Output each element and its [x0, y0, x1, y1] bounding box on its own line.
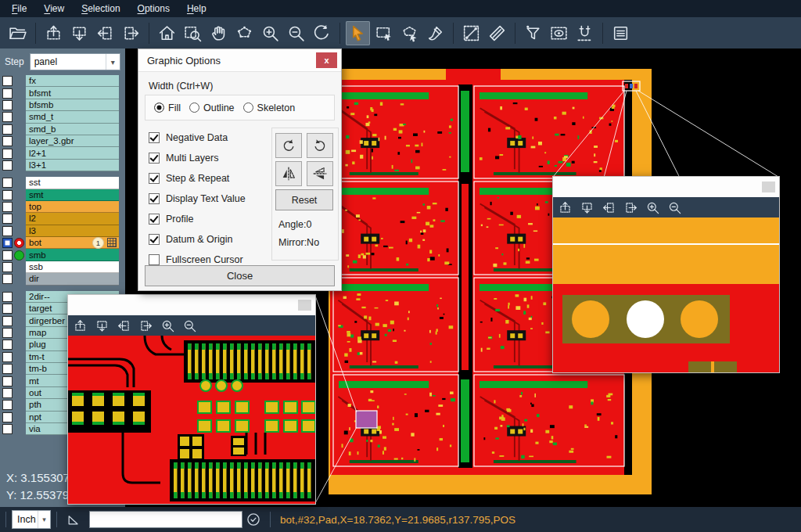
detail-zoom-view[interactable] — [68, 336, 315, 504]
layer-label[interactable]: fx — [26, 75, 119, 87]
angle-mode-icon[interactable] — [66, 512, 81, 527]
layer-visibility-checkbox[interactable] — [2, 250, 13, 261]
layer-label[interactable]: layer_3.gbr — [26, 135, 119, 147]
pointer-button[interactable] — [346, 21, 370, 45]
arrow-up-box-button[interactable] — [72, 318, 88, 333]
layer-visibility-checkbox[interactable] — [2, 88, 13, 99]
layer-visibility-checkbox[interactable] — [2, 226, 13, 236]
arrow-up-box-button[interactable] — [557, 200, 573, 215]
layer-visibility-checkbox[interactable] — [2, 238, 13, 248]
arrow-right-box-button[interactable] — [119, 21, 143, 45]
layer-row-fx[interactable]: fx — [0, 75, 125, 87]
corner-zoom-titlebar[interactable] — [553, 177, 779, 197]
layer-visibility-checkbox[interactable] — [2, 340, 13, 350]
layer-visibility-checkbox[interactable] — [2, 124, 13, 135]
layer-visibility-checkbox[interactable] — [2, 352, 13, 362]
zoom-area-button[interactable] — [181, 21, 205, 45]
layer-row-smt[interactable]: smt — [0, 189, 125, 201]
open-folder-button[interactable] — [5, 21, 30, 45]
layer-visibility-checkbox[interactable] — [2, 328, 13, 338]
eye-view-button[interactable] — [547, 21, 571, 45]
arrow-left-box-button[interactable] — [93, 21, 117, 45]
checkbox-multi-layers[interactable]: Multi Layers — [149, 148, 246, 168]
radio-fill[interactable]: Fill — [154, 102, 181, 113]
layer-label[interactable]: ssb — [26, 261, 119, 273]
arrow-down-box-button[interactable] — [579, 200, 594, 215]
layer-label[interactable]: l3+1 — [26, 160, 119, 171]
layer-label[interactable]: sst — [26, 177, 119, 189]
layer-row-l2-1[interactable]: l2+1 — [0, 147, 125, 159]
zoom-in-button[interactable] — [160, 318, 175, 333]
layer-row-smd-b[interactable]: smd_b — [0, 124, 125, 135]
zoom-out-button[interactable] — [181, 318, 197, 333]
arrow-down-box-button[interactable] — [67, 21, 92, 45]
unit-selector[interactable]: Inch ▾ — [12, 510, 51, 529]
layer-row-smb[interactable]: smb — [0, 249, 125, 261]
layer-label[interactable]: smt — [26, 189, 119, 201]
layer-visibility-checkbox[interactable] — [2, 262, 13, 272]
layer-visibility-checkbox[interactable] — [2, 214, 13, 224]
layer-label[interactable]: smb — [26, 249, 119, 261]
layer-visibility-checkbox[interactable] — [2, 316, 13, 326]
layer-row-l3[interactable]: l3 — [0, 225, 125, 237]
layer-row-bfsmt[interactable]: bfsmt — [0, 87, 125, 99]
layer-row-layer-3-gbr[interactable]: layer_3.gbr — [0, 135, 125, 147]
radio-skeleton[interactable]: Skeleton — [243, 102, 296, 113]
arrow-right-box-button[interactable] — [138, 318, 153, 333]
close-icon[interactable]: x — [316, 52, 337, 68]
radio-outline[interactable]: Outline — [189, 102, 235, 113]
window-button[interactable] — [762, 182, 775, 192]
layer-row-smd-t[interactable]: smd_t — [0, 111, 125, 123]
layer-visibility-checkbox[interactable] — [2, 112, 13, 122]
window-button[interactable] — [298, 300, 311, 311]
checkbox-display-text-value[interactable]: Display Text Value — [149, 189, 246, 209]
zoom-out-button[interactable] — [284, 21, 308, 45]
menu-help[interactable]: Help — [178, 2, 215, 16]
move-poly-button[interactable] — [232, 21, 257, 45]
reset-button[interactable]: Reset — [275, 189, 333, 210]
zoom-undo-button[interactable] — [310, 21, 334, 45]
rotate-cw-button[interactable] — [275, 133, 302, 158]
arrow-up-box-button[interactable] — [41, 21, 66, 45]
apply-icon[interactable] — [246, 512, 261, 527]
detail-zoom-titlebar[interactable] — [68, 295, 315, 315]
checkbox-step-repeat[interactable]: Step & Repeat — [149, 168, 246, 189]
layer-row-l2[interactable]: l2 — [0, 213, 125, 225]
layer-visibility-checkbox[interactable] — [2, 424, 13, 434]
layer-visibility-checkbox[interactable] — [2, 136, 13, 146]
layer-row-ssb[interactable]: ssb — [0, 261, 125, 273]
layer-visibility-checkbox[interactable] — [2, 364, 13, 374]
rect-select-button[interactable] — [372, 21, 396, 45]
menu-options[interactable]: Options — [129, 2, 178, 16]
layer-visibility-checkbox[interactable] — [2, 388, 13, 398]
layer-row-dir[interactable]: dir — [0, 273, 125, 285]
layer-row-l3-1[interactable]: l3+1 — [0, 160, 125, 171]
layer-visibility-checkbox[interactable] — [2, 178, 13, 188]
arrow-down-box-button[interactable] — [94, 318, 110, 333]
ruler-button[interactable] — [485, 21, 509, 45]
step-selector[interactable]: panel ▾ — [30, 53, 120, 70]
layer-list-button[interactable] — [609, 21, 633, 45]
layer-label[interactable]: l3 — [26, 225, 119, 237]
zoom-out-button[interactable] — [666, 200, 682, 215]
menu-selection[interactable]: Selection — [73, 2, 128, 16]
layer-label[interactable]: smd_b — [26, 124, 119, 135]
menu-view[interactable]: View — [35, 2, 73, 16]
arrow-right-box-button[interactable] — [623, 200, 638, 215]
pan-hand-button[interactable] — [207, 21, 231, 45]
layer-visibility-checkbox[interactable] — [2, 412, 13, 422]
layer-visibility-checkbox[interactable] — [2, 149, 13, 159]
layer-visibility-checkbox[interactable] — [2, 400, 13, 410]
layer-label[interactable]: dir — [26, 273, 119, 285]
layer-row-bot[interactable]: bot1 — [0, 237, 125, 249]
arrow-left-box-button[interactable] — [601, 200, 616, 215]
layer-label[interactable]: bfsmb — [26, 99, 119, 111]
menu-file[interactable]: File — [3, 2, 35, 16]
command-input[interactable] — [89, 511, 242, 528]
brush-button[interactable] — [423, 21, 447, 45]
layer-label[interactable]: l2 — [26, 213, 119, 225]
rotate-ccw-button[interactable] — [307, 133, 333, 158]
zoom-in-button[interactable] — [645, 200, 660, 215]
dialog-titlebar[interactable]: Graphic Options — [138, 49, 341, 72]
layer-visibility-checkbox[interactable] — [2, 76, 13, 86]
